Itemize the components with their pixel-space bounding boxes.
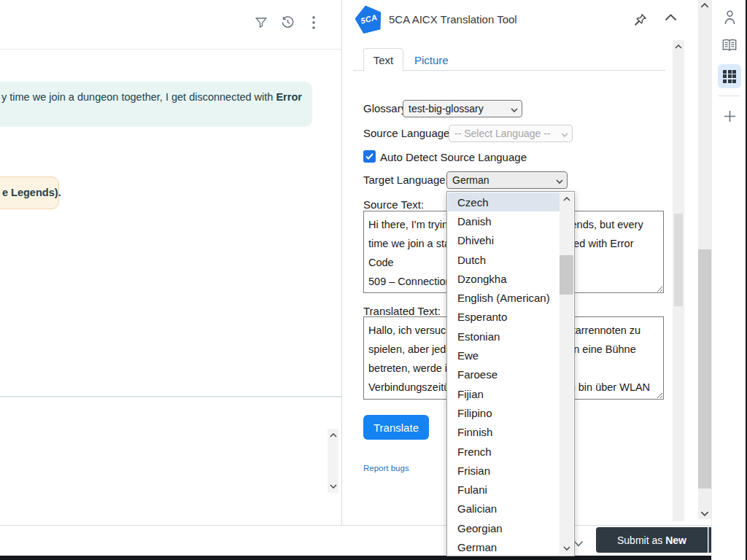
customer-reply-bubble — [0, 82, 312, 127]
report-bugs-link[interactable]: Report bugs — [363, 464, 409, 472]
left-topbar-divider — [0, 49, 341, 50]
language-option[interactable]: Ewe — [448, 346, 560, 365]
panel-title: 5CA AICX Translation Tool — [389, 13, 517, 26]
source-language-label: Source Language: — [363, 127, 453, 139]
chevron-down-icon — [511, 103, 518, 114]
collapse-panel-icon[interactable] — [665, 14, 677, 21]
language-option[interactable]: Estonian — [448, 327, 560, 346]
apps-grid-button[interactable] — [718, 64, 741, 88]
language-option[interactable]: English (American) — [448, 288, 560, 307]
language-option[interactable]: Georgian — [448, 518, 560, 537]
language-option[interactable]: Dutch — [448, 250, 560, 269]
scrollbar-thumb[interactable] — [560, 255, 573, 295]
bottom-edge — [0, 556, 747, 560]
target-language-label: Target Language: — [363, 174, 449, 186]
language-option[interactable]: Galician — [448, 499, 560, 518]
chevron-down-icon — [561, 128, 568, 139]
tab-picture[interactable]: Picture — [414, 54, 449, 66]
bottom-bar-divider — [0, 525, 747, 526]
kebab-menu-icon[interactable] — [309, 15, 318, 30]
language-option[interactable]: Frisian — [448, 461, 560, 480]
scroll-down-icon[interactable] — [328, 481, 338, 491]
translated-text-label: Translated Text: — [363, 305, 441, 317]
add-app-icon[interactable] — [723, 109, 737, 123]
editor-top-divider — [0, 396, 342, 397]
grid-icon — [723, 70, 736, 83]
tab-text[interactable]: Text — [363, 48, 403, 71]
submit-as-new-button[interactable]: Submit asNew — [596, 527, 708, 553]
translate-button[interactable]: Translate — [363, 415, 429, 440]
filter-icon[interactable] — [255, 16, 268, 29]
language-options-list: CzechDanishDhivehiDutchDzongkhaEnglish (… — [448, 192, 560, 557]
sidebar-divider — [719, 96, 740, 96]
scrollbar-thumb[interactable] — [674, 214, 683, 306]
chevron-down-icon[interactable] — [573, 537, 584, 550]
customer-reply-text: y time we join a dungeon together, I get… — [1, 91, 302, 103]
scroll-down-icon[interactable] — [698, 509, 711, 518]
language-option[interactable]: Dhivehi — [448, 231, 560, 250]
language-option[interactable]: Filipino — [448, 403, 560, 422]
language-option[interactable]: German — [448, 537, 560, 556]
auto-detect-label: Auto Detect Source Language — [380, 151, 527, 163]
scroll-down-icon[interactable] — [560, 544, 573, 553]
scroll-up-icon[interactable] — [328, 430, 338, 440]
language-option[interactable]: Fulani — [448, 480, 560, 499]
scroll-up-icon[interactable] — [560, 195, 573, 203]
target-language-select[interactable]: German — [446, 171, 568, 189]
language-option[interactable]: Czech — [448, 192, 560, 211]
auto-detect-checkbox[interactable] — [363, 150, 376, 163]
panel-scrollbar[interactable] — [673, 40, 684, 521]
source-language-select[interactable]: -- Select Language -- — [449, 125, 573, 142]
user-icon[interactable] — [723, 9, 737, 26]
scroll-up-icon[interactable] — [698, 1, 711, 9]
target-language-dropdown: CzechDanishDhivehiDutchDzongkhaEnglish (… — [446, 191, 575, 556]
language-option[interactable]: Dzongkha — [448, 269, 560, 288]
dropdown-scrollbar[interactable] — [560, 192, 573, 555]
language-option[interactable]: Fijian — [448, 384, 560, 403]
scrollbar-thumb[interactable] — [698, 249, 711, 489]
knowledge-book-icon[interactable] — [721, 38, 738, 52]
pin-icon[interactable] — [633, 12, 648, 27]
glossary-select[interactable]: test-big-glossary — [403, 100, 522, 117]
left-editor-scrollbar[interactable] — [328, 429, 338, 493]
language-option[interactable]: Finnish — [448, 423, 560, 442]
language-option[interactable]: Esperanto — [448, 308, 560, 327]
scroll-up-icon[interactable] — [673, 42, 684, 51]
internal-note-text: e Legends). — [2, 187, 61, 198]
language-option[interactable]: French — [448, 442, 560, 461]
history-icon[interactable] — [281, 15, 295, 29]
page-scrollbar[interactable] — [698, 0, 711, 519]
chevron-down-icon — [556, 174, 563, 186]
language-option[interactable]: Danish — [448, 211, 560, 230]
language-option[interactable]: Faroese — [448, 365, 560, 384]
source-text-label: Source Text: — [363, 198, 424, 211]
